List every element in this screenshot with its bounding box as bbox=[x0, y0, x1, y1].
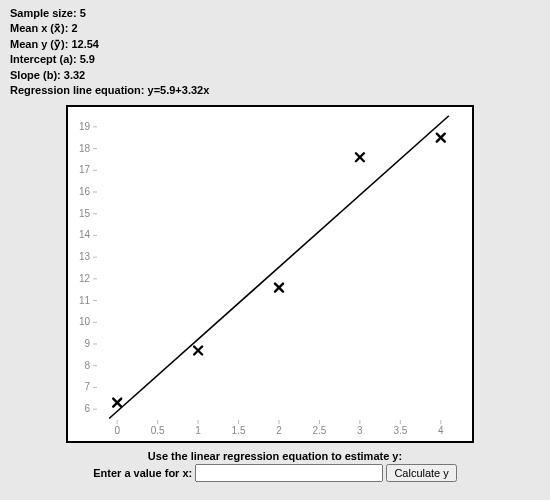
intercept-value: 5.9 bbox=[80, 53, 95, 65]
svg-rect-0 bbox=[67, 106, 473, 442]
svg-text:16: 16 bbox=[79, 186, 91, 197]
sample-size-label: Sample size: bbox=[10, 7, 77, 19]
scatter-chart: 67891011121314151617181900.511.522.533.5… bbox=[65, 104, 475, 444]
mean-y-value: 12.54 bbox=[71, 38, 99, 50]
estimate-form: Use the linear regression equation to es… bbox=[10, 450, 540, 482]
svg-text:19: 19 bbox=[79, 121, 91, 132]
sample-size-value: 5 bbox=[80, 7, 86, 19]
svg-text:8: 8 bbox=[84, 360, 90, 371]
svg-text:14: 14 bbox=[79, 230, 91, 241]
svg-text:9: 9 bbox=[84, 338, 90, 349]
svg-text:3: 3 bbox=[357, 425, 363, 436]
x-input[interactable] bbox=[195, 464, 383, 482]
svg-text:2.5: 2.5 bbox=[312, 425, 326, 436]
equation-label: Regression line equation: bbox=[10, 84, 144, 96]
x-input-label: Enter a value for x: bbox=[93, 467, 192, 479]
svg-text:0: 0 bbox=[114, 425, 120, 436]
svg-text:18: 18 bbox=[79, 143, 91, 154]
calculate-button[interactable]: Calculate y bbox=[386, 464, 456, 482]
slope-value: 3.32 bbox=[64, 69, 85, 81]
svg-text:13: 13 bbox=[79, 251, 91, 262]
mean-x-label: Mean x (x̄): bbox=[10, 22, 68, 34]
equation-value: y=5.9+3.32x bbox=[148, 84, 210, 96]
svg-text:17: 17 bbox=[79, 165, 91, 176]
svg-text:1: 1 bbox=[195, 425, 201, 436]
mean-y-label: Mean y (ȳ): bbox=[10, 38, 68, 50]
mean-x-value: 2 bbox=[71, 22, 77, 34]
intercept-label: Intercept (a): bbox=[10, 53, 77, 65]
svg-text:1.5: 1.5 bbox=[232, 425, 246, 436]
svg-text:0.5: 0.5 bbox=[151, 425, 165, 436]
svg-text:12: 12 bbox=[79, 273, 91, 284]
svg-text:3.5: 3.5 bbox=[393, 425, 407, 436]
stats-block: Sample size: 5 Mean x (x̄): 2 Mean y (ȳ)… bbox=[10, 6, 540, 98]
svg-text:4: 4 bbox=[438, 425, 444, 436]
svg-text:7: 7 bbox=[84, 382, 90, 393]
svg-text:11: 11 bbox=[79, 295, 91, 306]
svg-text:6: 6 bbox=[84, 403, 90, 414]
svg-text:15: 15 bbox=[79, 208, 91, 219]
slope-label: Slope (b): bbox=[10, 69, 61, 81]
estimate-heading: Use the linear regression equation to es… bbox=[10, 450, 540, 462]
svg-text:2: 2 bbox=[276, 425, 282, 436]
svg-text:10: 10 bbox=[79, 317, 91, 328]
